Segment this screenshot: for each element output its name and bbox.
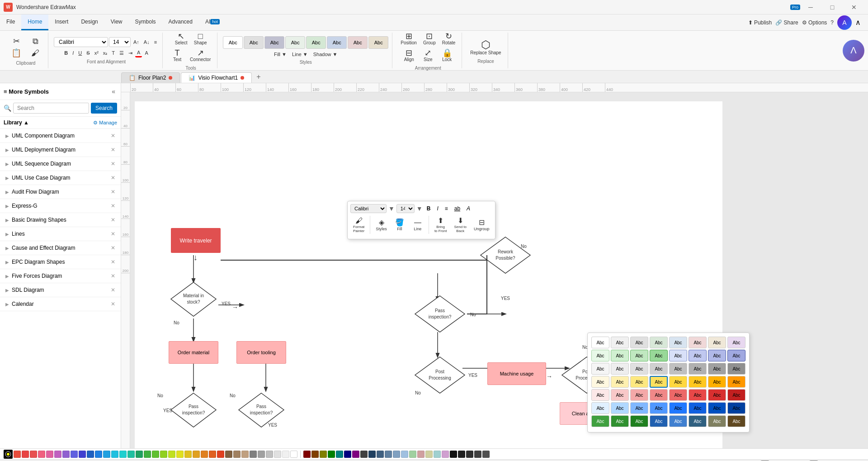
sg-cell[interactable]: Abc <box>727 402 745 414</box>
sg-cell[interactable]: Abc <box>708 376 726 388</box>
sg-cell[interactable]: Abc <box>669 415 687 427</box>
list-item[interactable]: ▶Cause and Effect Diagram ✕ <box>0 241 121 255</box>
swatch-1[interactable]: Abc <box>223 36 243 49</box>
line-btn[interactable]: Line ▼ <box>290 51 310 58</box>
list-item[interactable]: ▶Audit Flow Diagram ✕ <box>0 185 121 199</box>
sg-cell[interactable]: Abc <box>611 376 629 388</box>
color-swatch[interactable] <box>368 451 376 458</box>
sg-cell[interactable]: Abc <box>630 350 648 361</box>
color-swatch[interactable] <box>409 451 416 458</box>
search-input[interactable] <box>13 103 89 114</box>
remove-item-btn[interactable]: ✕ <box>111 203 115 209</box>
publish-btn[interactable]: ⬆ Publish <box>748 19 772 26</box>
canvas-area[interactable]: 20 40 60 80 100 120 140 160 180 200 <box>121 92 868 448</box>
sg-cell[interactable]: Abc <box>611 337 629 348</box>
color-swatch[interactable] <box>119 451 127 458</box>
sg-cell[interactable]: Abc <box>650 389 668 401</box>
color-swatch[interactable] <box>217 451 224 458</box>
color-swatch[interactable] <box>425 451 433 458</box>
color-swatch[interactable] <box>103 451 110 458</box>
ft-bold[interactable]: B <box>425 204 433 213</box>
sg-cell[interactable]: Abc <box>669 363 687 375</box>
italic-btn[interactable]: I <box>71 49 75 57</box>
minimize-btn[interactable]: ─ <box>800 1 821 14</box>
ft-italic[interactable]: I <box>434 204 440 213</box>
color-picker-icon[interactable] <box>4 450 13 459</box>
indent-btn[interactable]: ⇥ <box>127 49 134 57</box>
sg-cell[interactable]: Abc <box>650 415 668 427</box>
shape-btn[interactable]: □ Shape <box>191 30 210 47</box>
sg-cell[interactable]: Abc <box>689 363 707 375</box>
sg-cell[interactable]: Abc <box>650 376 668 388</box>
shape-pass-inspection-3[interactable]: Pass inspection? <box>413 294 467 334</box>
sg-cell[interactable]: Abc <box>708 415 726 427</box>
ft-format-painter-btn[interactable]: 🖌 FormatPainter <box>350 215 367 234</box>
menu-insert[interactable]: Insert <box>48 14 75 30</box>
color-swatch[interactable] <box>225 451 232 458</box>
align-btn[interactable]: ⊟Align <box>400 47 418 64</box>
color-red[interactable] <box>14 451 21 458</box>
underline-btn[interactable]: U <box>76 49 84 57</box>
manage-btn[interactable]: ⚙ Manage <box>93 120 117 126</box>
shape-pass-inspection-1[interactable]: Pass inspection? <box>169 391 218 429</box>
ft-text-a[interactable]: A <box>464 204 472 213</box>
shape-write-traveler[interactable]: Write traveler <box>171 228 221 253</box>
sg-cell[interactable]: Abc <box>611 389 629 401</box>
menu-symbols[interactable]: Symbols <box>129 14 162 30</box>
swatch-4[interactable]: Abc <box>285 36 305 49</box>
color-swatch[interactable] <box>241 451 249 458</box>
color-swatch[interactable] <box>201 451 208 458</box>
color-swatch[interactable] <box>193 451 200 458</box>
color-swatch[interactable] <box>250 451 257 458</box>
sg-cell[interactable]: Abc <box>591 415 609 427</box>
size-btn[interactable]: ⤢Size <box>419 47 437 64</box>
color-swatch[interactable] <box>168 451 175 458</box>
ft-line-btn[interactable]: — Line <box>410 217 426 233</box>
list-item[interactable]: ▶EPC Diagram Shapes ✕ <box>0 255 121 269</box>
copy-btn[interactable]: ⧉ <box>26 35 44 47</box>
text-btn[interactable]: T <box>110 49 117 57</box>
color-swatch[interactable] <box>38 451 45 458</box>
color-swatch[interactable] <box>22 451 29 458</box>
sg-cell[interactable]: Abc <box>689 389 707 401</box>
color-swatch[interactable] <box>46 451 53 458</box>
sg-cell[interactable]: Abc <box>669 350 687 361</box>
ft-ungroup-btn[interactable]: ⊟ Ungroup <box>471 217 492 233</box>
sg-cell[interactable]: Abc <box>669 402 687 414</box>
font-family-select[interactable]: Calibri <box>54 37 108 47</box>
remove-item-btn[interactable]: ✕ <box>111 245 115 251</box>
list-item[interactable]: ▶Express-G ✕ <box>0 199 121 213</box>
color-swatch[interactable] <box>79 451 86 458</box>
color-swatch[interactable] <box>474 451 481 458</box>
sg-cell[interactable]: Abc <box>669 389 687 401</box>
sg-cell[interactable]: Abc <box>669 376 687 388</box>
tab-visio-flowchart[interactable]: 📊 Visio Flowchart1 <box>181 72 252 83</box>
tab-floor-plan[interactable]: 📋 Floor Plan2 <box>121 72 180 83</box>
sg-cell[interactable]: Abc <box>727 415 745 427</box>
remove-item-btn[interactable]: ✕ <box>111 147 115 153</box>
color-swatch[interactable] <box>401 451 408 458</box>
sg-cell[interactable]: Abc <box>591 402 609 414</box>
menu-ai[interactable]: AI hot <box>199 14 226 30</box>
ft-font-dropdown[interactable]: ▼ <box>388 205 395 212</box>
color-swatch[interactable] <box>274 451 281 458</box>
sg-cell[interactable]: Abc <box>727 363 745 375</box>
color-white[interactable] <box>290 451 297 458</box>
shape-order-material[interactable]: Order material <box>169 341 218 364</box>
color-swatch[interactable] <box>30 451 37 458</box>
sg-cell[interactable]: Abc <box>727 389 745 401</box>
color-swatch[interactable] <box>127 451 135 458</box>
ft-underline[interactable]: ab <box>452 204 462 213</box>
sg-cell[interactable]: Abc <box>591 389 609 401</box>
sg-cell[interactable]: Abc <box>708 363 726 375</box>
shape-material-in-stock[interactable]: Material in stock? <box>169 280 218 318</box>
text-align-btn[interactable]: ≡ <box>152 38 159 46</box>
sg-cell[interactable]: Abc <box>689 415 707 427</box>
menu-file[interactable]: File <box>0 14 21 30</box>
ft-bring-to-front-btn[interactable]: ⬆ Bringto Front <box>432 215 450 234</box>
position-btn[interactable]: ⊞Position <box>398 30 420 47</box>
cut-btn[interactable]: ✂ <box>7 35 25 47</box>
sg-cell[interactable]: Abc <box>650 337 668 348</box>
close-btn[interactable]: ✕ <box>844 1 864 14</box>
color-swatch[interactable] <box>311 451 319 458</box>
